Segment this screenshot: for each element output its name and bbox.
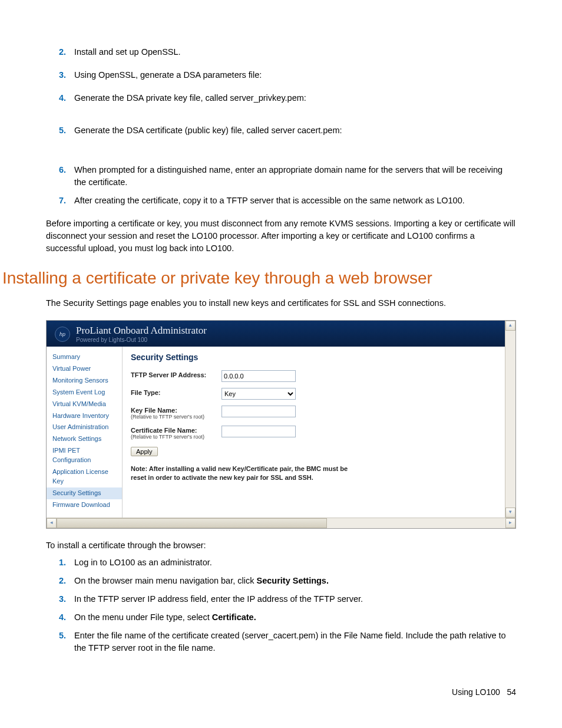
- top-step-list: 2.Install and set up OpenSSL. 3.Using Op…: [46, 46, 516, 207]
- sidebar-item-firmware-download[interactable]: Firmware Download: [47, 499, 122, 511]
- scroll-thumb[interactable]: [57, 518, 327, 528]
- sidebar-item-monitoring-sensors[interactable]: Monitoring Sensors: [47, 375, 122, 387]
- step-text: Log in to LO100 as an administrator.: [74, 556, 516, 569]
- certificate-file-name-sublabel: (Relative to TFTP server's root): [131, 434, 222, 440]
- sidebar-item-security-settings[interactable]: Security Settings: [47, 487, 122, 499]
- scroll-up-icon[interactable]: ▴: [505, 321, 515, 331]
- content-pane: Security Settings TFTP Server IP Address…: [123, 347, 505, 518]
- step-text: Generate the DSA private key file, calle…: [74, 92, 516, 104]
- step-text: Enter the file name of the certificate c…: [74, 630, 516, 654]
- step-item: 1.Log in to LO100 as an administrator.: [46, 556, 516, 569]
- step-number: 5.: [46, 630, 74, 654]
- certificate-file-name-label: Certificate File Name: (Relative to TFTP…: [131, 426, 222, 440]
- scroll-down-icon[interactable]: ▾: [505, 508, 515, 518]
- step-item: 2.On the browser main menu navigation ba…: [46, 575, 516, 587]
- step-item: 3.In the TFTP server IP address field, e…: [46, 593, 516, 605]
- step-number: 4.: [46, 611, 74, 624]
- step-number: 1.: [46, 556, 74, 569]
- sidebar-item-hardware-inventory[interactable]: Hardware Inventory: [47, 410, 122, 422]
- step-item: 3.Using OpenSSL, generate a DSA paramete…: [46, 69, 516, 81]
- footer-section: Using LO100: [452, 687, 500, 697]
- step-text: Generate the DSA certificate (public key…: [74, 124, 516, 137]
- key-file-name-sublabel: (Relative to TFTP server's root): [131, 414, 222, 420]
- sidebar-nav: Summary Virtual Power Monitoring Sensors…: [47, 347, 123, 518]
- app-header: hp ProLiant Onboard Administrator Powere…: [47, 321, 505, 347]
- step-item: 5.Generate the DSA certificate (public k…: [46, 124, 516, 137]
- step-text: On the browser main menu navigation bar,…: [74, 575, 516, 587]
- sidebar-item-application-license-key[interactable]: Application License Key: [47, 466, 122, 487]
- install-intro: To install a certificate through the bro…: [46, 539, 516, 552]
- step-number: 3.: [46, 69, 74, 81]
- step-item: 2.Install and set up OpenSSL.: [46, 46, 516, 58]
- sidebar-item-user-administration[interactable]: User Administration: [47, 421, 122, 433]
- step-number: 4.: [46, 92, 74, 104]
- step-text: Install and set up OpenSSL.: [74, 46, 516, 58]
- sidebar-item-virtual-power[interactable]: Virtual Power: [47, 363, 122, 375]
- app-title: ProLiant Onboard Administrator: [76, 325, 207, 337]
- tftp-ip-label: TFTP Server IP Address:: [131, 370, 222, 378]
- content-heading: Security Settings: [131, 353, 497, 362]
- bottom-step-list: 1.Log in to LO100 as an administrator. 2…: [46, 556, 516, 654]
- step-text: On the menu under File type, select Cert…: [74, 611, 516, 624]
- sidebar-item-virtual-kvm-media[interactable]: Virtual KVM/Media: [47, 398, 122, 410]
- scroll-left-icon[interactable]: ◂: [47, 518, 57, 528]
- step-text: Using OpenSSL, generate a DSA parameters…: [74, 69, 516, 81]
- sidebar-item-ipmi-pet-configuration[interactable]: IPMI PET Configuration: [47, 445, 122, 466]
- reset-note: Note: After installing a valid new Key/C…: [131, 465, 349, 482]
- step-item: 5.Enter the file name of the certificate…: [46, 630, 516, 654]
- sidebar-item-summary[interactable]: Summary: [47, 351, 122, 363]
- scroll-track[interactable]: [57, 518, 505, 528]
- step-text: In the TFTP server IP address field, ent…: [74, 593, 516, 605]
- step-text: When prompted for a distinguished name, …: [74, 164, 516, 189]
- hp-logo-icon: hp: [55, 327, 70, 342]
- tftp-ip-input[interactable]: [222, 370, 296, 382]
- vertical-scrollbar[interactable]: ▴ ▾: [505, 321, 515, 518]
- app-subtitle: Powered by Lights-Out 100: [76, 337, 207, 343]
- step-item: 4.On the menu under File type, select Ce…: [46, 611, 516, 624]
- page-footer: Using LO100 54: [46, 687, 516, 697]
- sidebar-item-system-event-log[interactable]: System Event Log: [47, 387, 122, 398]
- scroll-right-icon[interactable]: ▸: [505, 518, 515, 528]
- section-heading: Installing a certificate or private key …: [2, 269, 516, 288]
- key-file-name-label: Key File Name: (Relative to TFTP server'…: [131, 406, 222, 420]
- sidebar-item-network-settings[interactable]: Network Settings: [47, 433, 122, 445]
- step-number: 6.: [46, 164, 74, 189]
- step-item: 7.After creating the certificate, copy i…: [46, 195, 516, 207]
- step-number: 2.: [46, 575, 74, 587]
- step-number: 2.: [46, 46, 74, 58]
- step-item: 6.When prompted for a distinguished name…: [46, 164, 516, 189]
- step-number: 3.: [46, 593, 74, 605]
- horizontal-scrollbar[interactable]: ◂ ▸: [47, 518, 515, 528]
- certificate-file-name-input[interactable]: [222, 426, 296, 437]
- step-text: After creating the certificate, copy it …: [74, 195, 516, 207]
- step-number: 7.: [46, 195, 74, 207]
- key-file-name-input[interactable]: [222, 406, 296, 417]
- step-number: 5.: [46, 124, 74, 137]
- file-type-label: File Type:: [131, 388, 222, 396]
- footer-page-number: 54: [507, 687, 516, 697]
- section-intro: The Security Settings page enables you t…: [46, 297, 516, 309]
- security-settings-screenshot: hp ProLiant Onboard Administrator Powere…: [46, 320, 516, 529]
- step-item: 4.Generate the DSA private key file, cal…: [46, 92, 516, 104]
- file-type-select[interactable]: Key: [222, 388, 296, 400]
- apply-button[interactable]: Apply: [131, 447, 158, 456]
- before-import-paragraph: Before importing a certificate or key, y…: [46, 218, 516, 255]
